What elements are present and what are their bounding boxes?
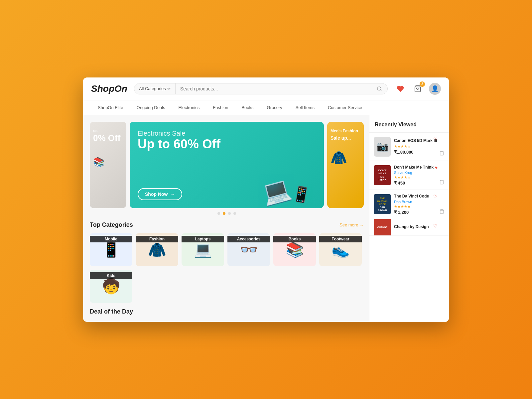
category-label-fashion: Fashion [136,236,178,242]
category-label-laptops: Laptops [182,236,224,242]
category-label-mobile: Mobile [90,236,132,242]
recently-viewed-panel: Recently Viewed 📷 Canon EOS 5D Mark III … [369,115,449,322]
chevron-down-icon [167,88,171,90]
rv-stars-davinci: ★★★★★ [394,204,444,209]
dot-4[interactable] [233,212,236,215]
nav-item-ongoing-deals[interactable]: Ongoing Deals [130,100,172,115]
search-button[interactable] [371,83,387,94]
nav-item-fashion[interactable]: Fashion [206,100,235,115]
category-card-kids[interactable]: 🧒 Kids [90,270,132,303]
category-label-kids: Kids [90,272,132,279]
rv-cart-canon[interactable] [440,151,444,157]
nav-item-shopon-elite[interactable]: ShopOn Elite [91,100,130,115]
banner-main[interactable]: Electronics Sale Up to 60% Off Shop Now … [130,122,324,208]
header: ShopOn All Categories 3 👤 [83,77,449,100]
shop-now-button[interactable]: Shop Now → [138,188,182,200]
search-bar: All Categories [134,83,388,94]
search-category-dropdown[interactable]: All Categories [134,83,176,94]
rv-heart-canon[interactable]: ♡ [433,137,438,142]
banner-subtitle: Electronics Sale [138,130,316,137]
categories-title: Top Categories [90,221,133,228]
categories-header: Top Categories See more → [90,221,364,228]
dot-1[interactable] [217,212,220,215]
deal-of-day-title: Deal of the Day [90,308,364,315]
cart-icon-small-2 [440,180,444,185]
banner-side-right-text: Men's Fashion Sale up... 🧥 [331,128,358,167]
search-input[interactable] [176,83,371,94]
categories-grid: 📱 Mobile 🧥 Fashion 💻 Laptops 👓 Accessori… [90,233,364,303]
wishlist-button[interactable] [394,83,406,95]
rv-img-davinci: THEDA VINCICODEDAN BROWN [374,194,391,214]
rv-stars-dontmake: ★★★★☆ [394,175,444,180]
rv-author-dontmake: Steve Krug [394,171,444,175]
cart-badge: 3 [420,81,425,87]
rv-price-davinci: ₹ 1,200 [394,210,444,215]
see-more-button[interactable]: See more → [339,222,364,227]
navigation: ShopOn Elite Ongoing Deals Electronics F… [83,100,449,115]
rv-heart-dontmake[interactable]: ♥ [435,165,438,170]
main-content: es 0% Off 📚 Electronics Sale Up to 60% O… [83,115,449,322]
banner-side-right[interactable]: Men's Fashion Sale up... 🧥 [327,122,364,208]
logo[interactable]: ShopOn [91,83,127,94]
user-avatar[interactable]: 👤 [429,83,441,95]
rv-img-canon: 📷 [374,137,391,157]
category-card-footwear[interactable]: 👟 Footwear [319,233,362,266]
category-label-accessories: Accessories [227,236,270,242]
categories-section: Top Categories See more → 📱 Mobile 🧥 Fas… [90,221,364,303]
shop-now-label: Shop Now [145,192,168,197]
category-card-mobile[interactable]: 📱 Mobile [90,233,132,266]
search-category-label: All Categories [139,86,166,91]
browser-window: ShopOn All Categories 3 👤 ShopOn Elit [83,77,449,322]
left-panel: es 0% Off 📚 Electronics Sale Up to 60% O… [83,115,369,322]
nav-item-sell-items[interactable]: Sell Items [289,100,321,115]
category-label-footwear: Footwear [319,236,362,242]
nav-item-grocery[interactable]: Grocery [260,100,289,115]
rv-item-davinci[interactable]: THEDA VINCICODEDAN BROWN The Da Vinci Co… [369,190,449,219]
rv-stars-canon: ★★★★☆ [394,144,444,149]
rv-cart-dontmake[interactable] [440,180,444,186]
dot-3[interactable] [228,212,231,215]
rv-author-davinci: Dan Brown [394,200,444,204]
dot-2[interactable] [223,212,225,215]
rv-cart-davinci[interactable] [440,209,444,215]
rv-item-changebydesign[interactable]: CHANGE Change by Design ♡ [369,219,449,236]
rv-item-dontmake[interactable]: DON'TMAKEMETHINK Don't Make Me Think Ste… [369,161,449,190]
nav-item-books[interactable]: Books [235,100,260,115]
nav-item-electronics[interactable]: Electronics [172,100,206,115]
rv-img-dontmake: DON'TMAKEMETHINK [374,165,391,185]
header-icons: 3 👤 [394,83,441,95]
banner-carousel: es 0% Off 📚 Electronics Sale Up to 60% O… [90,122,364,208]
category-card-laptops[interactable]: 💻 Laptops [182,233,224,266]
cart-button[interactable]: 3 [412,83,424,95]
cart-icon-small-3 [440,209,444,214]
banner-title: Up to 60% Off [138,137,316,151]
logo-shop: Shop [91,83,114,94]
recently-viewed-title: Recently Viewed [369,115,449,133]
banner-content: Electronics Sale Up to 60% Off [138,130,316,151]
banner-side-left-text: es 0% Off 📚 [93,128,120,168]
logo-on: On [114,83,127,94]
arrow-icon: → [170,192,175,197]
rv-item-canon[interactable]: 📷 Canon EOS 5D Mark III ★★★★☆ ₹1,80,000 … [369,133,449,161]
cart-icon-small [440,151,444,156]
banner-side-left[interactable]: es 0% Off 📚 [90,122,126,208]
search-icon [377,86,382,91]
category-label-books: Books [273,236,316,242]
rv-img-changebydesign: CHANGE [374,219,391,236]
svg-point-0 [377,87,381,90]
nav-item-customer-service[interactable]: Customer Service [321,100,369,115]
rv-price-canon: ₹1,80,000 [394,150,444,155]
rv-heart-changebydesign[interactable]: ♡ [433,223,438,228]
category-card-books[interactable]: 📚 Books [273,233,316,266]
rv-price-dontmake: ₹ 450 [394,181,444,186]
deal-of-day-section: Deal of the Day [90,308,364,315]
rv-heart-davinci[interactable]: ♡ [433,194,438,199]
heart-icon [397,85,404,92]
category-card-fashion[interactable]: 🧥 Fashion [136,233,178,266]
category-card-accessories[interactable]: 👓 Accessories [227,233,270,266]
carousel-dots [90,212,364,215]
